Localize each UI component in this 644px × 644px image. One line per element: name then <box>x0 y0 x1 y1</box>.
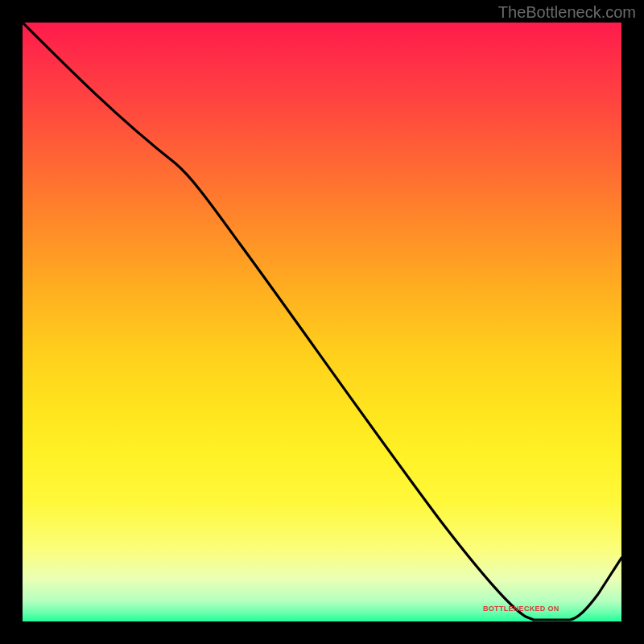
baseline-label: BOTTLENECKED ON <box>483 605 559 613</box>
chart-gradient-background <box>23 23 621 621</box>
watermark-text: TheBottleneck.com <box>498 3 636 22</box>
